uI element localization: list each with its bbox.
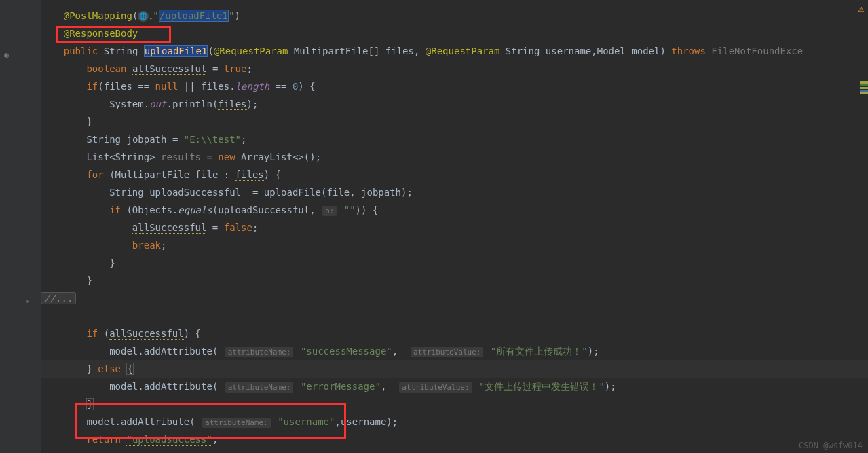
punct: ; — [246, 63, 252, 74]
code-line[interactable]: } — [41, 272, 868, 289]
type: FileNotFoundExce — [711, 46, 803, 56]
stripe[interactable] — [860, 87, 868, 89]
punct: ); — [605, 381, 616, 392]
code-line[interactable]: for (MultipartFile file : files) { — [41, 166, 868, 183]
type: String — [506, 46, 540, 56]
punct: ; — [252, 222, 258, 233]
gutter-icons: ◉ — [0, 0, 20, 453]
method-call: equals — [178, 204, 212, 215]
op: = — [241, 187, 264, 198]
method-call: addAttribute — [144, 381, 212, 392]
code-line[interactable]: model.addAttribute( attributeName: "succ… — [41, 342, 868, 360]
variable: results — [161, 151, 201, 162]
variable: allSuccessful — [132, 63, 207, 75]
punct: . — [166, 98, 172, 109]
param-hint: attributeName: — [202, 418, 271, 428]
keyword: boolean — [86, 63, 126, 74]
stripe[interactable] — [860, 81, 868, 84]
punct: ; — [161, 240, 166, 251]
variable: files — [235, 169, 264, 181]
editor-root: ◉ ▸ 💡 @PostMapping(🌐⌄"/uploadFile1") @Re… — [0, 0, 868, 453]
variable: allSuccessful — [109, 328, 184, 340]
code-line[interactable]: break; — [41, 236, 868, 254]
punct: ; — [316, 151, 321, 162]
caret-icon — [94, 399, 94, 411]
keyword: if — [86, 328, 98, 339]
method-call: println — [172, 98, 212, 109]
annotation: @PostMapping — [64, 10, 132, 21]
code-line[interactable]: String jobpath = "E:\\test"; — [41, 130, 868, 148]
op: = — [166, 134, 183, 145]
brace: } — [86, 275, 92, 286]
op: = — [206, 63, 223, 74]
brace: { — [126, 363, 133, 375]
code-line[interactable]: } — [41, 254, 868, 272]
code-line[interactable]: return "uploadsuccess"; — [41, 431, 868, 448]
keyword: for — [86, 169, 103, 180]
code-line[interactable] — [41, 307, 868, 325]
type: Model — [597, 46, 626, 56]
punct: , — [392, 346, 404, 357]
string: "所有文件上传成功！" — [491, 346, 588, 357]
code-line[interactable]: boolean allSuccessful = true; — [41, 60, 868, 77]
punct: ; — [212, 434, 218, 445]
watermark: CSDN @wsfw014 — [799, 441, 863, 450]
code-line[interactable]: System.out.println(files); — [41, 95, 868, 113]
punct: ; — [241, 134, 246, 145]
class: System. — [109, 98, 149, 109]
code-line[interactable]: if (Objects.equals(uploadSuccessful, b: … — [41, 201, 868, 219]
code-line[interactable]: String uploadSuccessful = uploadFile(fil… — [41, 183, 868, 201]
punct: ( — [189, 416, 201, 427]
expr: (Objects. — [121, 204, 178, 215]
annotation: @RequestParam — [426, 46, 500, 56]
stripe[interactable] — [860, 92, 868, 94]
expr: ,username); — [335, 416, 398, 427]
code-line-folded[interactable]: //... — [41, 289, 868, 307]
variable: jobpath — [126, 134, 166, 145]
warning-indicator-icon[interactable]: ⚠ — [858, 3, 864, 14]
string: "uploadsuccess" — [126, 434, 212, 446]
stripe[interactable] — [860, 84, 868, 86]
globe-icon[interactable]: 🌐 — [138, 11, 149, 22]
keyword: public — [64, 46, 98, 56]
annotation: @RequestParam — [214, 46, 288, 56]
op: = — [206, 222, 223, 233]
code-line[interactable]: } — [41, 113, 868, 130]
code-line[interactable]: allSuccessful = false; — [41, 219, 868, 236]
keyword: if — [109, 204, 121, 215]
code-line[interactable]: List<String> results = new ArrayList<>()… — [41, 148, 868, 166]
expr: (uploadSuccessful, — [212, 204, 321, 215]
folded-region[interactable]: //... — [41, 292, 76, 304]
code-line[interactable]: if(files == null || files.length == 0) { — [41, 77, 868, 95]
keyword: else — [92, 363, 127, 374]
expr: (files == — [98, 81, 155, 92]
method-call: addAttribute — [121, 416, 189, 427]
string: "successMessage" — [301, 346, 392, 357]
stripe[interactable] — [860, 90, 868, 92]
code-line[interactable]: } else { — [41, 360, 868, 378]
code-line[interactable]: @ResponseBody — [41, 24, 868, 42]
code-area[interactable]: 💡 @PostMapping(🌐⌄"/uploadFile1") @Respon… — [41, 0, 868, 453]
keyword: null — [155, 81, 178, 92]
brace: } — [86, 398, 93, 410]
code-line[interactable]: public String uploadFile1(@RequestParam … — [41, 42, 868, 60]
error-stripe[interactable] — [860, 81, 868, 95]
keyword: if — [86, 81, 98, 92]
code-line[interactable]: model.addAttribute( attributeName: "erro… — [41, 378, 868, 395]
code-line[interactable]: } — [41, 395, 868, 413]
arg: files — [218, 98, 246, 110]
string-literal: " — [153, 10, 158, 21]
code-line[interactable]: @PostMapping(🌐⌄"/uploadFile1") — [41, 7, 868, 24]
code-line[interactable]: model.addAttribute( attributeName: "user… — [41, 413, 868, 431]
punct: ) { — [298, 81, 315, 92]
fold-expand-icon[interactable]: ▸ — [26, 296, 31, 306]
keyword: break — [132, 240, 161, 251]
punct: ) { — [184, 328, 201, 339]
implement-icon[interactable]: ◉ — [4, 50, 9, 60]
keyword: throws — [671, 46, 706, 56]
code-line[interactable]: } — [41, 448, 868, 453]
type: MultipartFile[] — [294, 46, 379, 56]
type: List<String> — [86, 151, 155, 162]
type: String — [109, 187, 144, 198]
code-line[interactable]: if (allSuccessful) { — [41, 325, 868, 342]
